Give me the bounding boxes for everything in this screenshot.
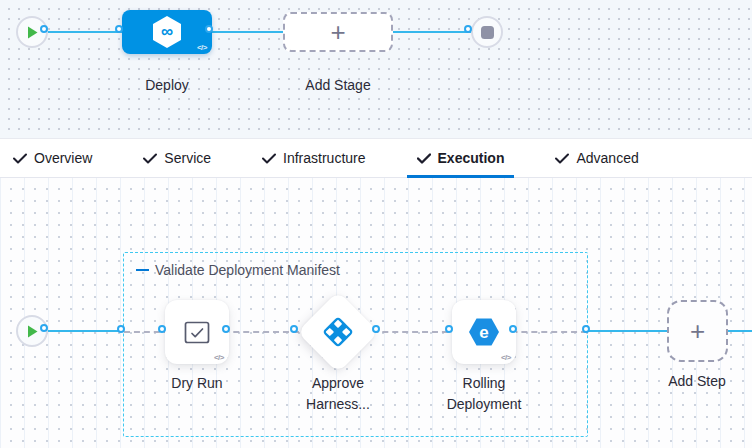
harness-approval-icon <box>318 312 358 352</box>
plus-icon: + <box>690 318 705 344</box>
port-dry-run-out[interactable] <box>222 325 230 333</box>
check-icon <box>417 153 431 164</box>
port-dry-run-in[interactable] <box>158 325 166 333</box>
step-group-validate-deployment-manifest: Validate Deployment Manifest </> <box>123 252 588 437</box>
collapse-group-icon[interactable] <box>136 269 149 271</box>
port-approve-in[interactable] <box>290 325 298 333</box>
check-icon <box>13 153 27 164</box>
pipeline-end-node[interactable] <box>471 16 503 48</box>
port-rolling-in[interactable] <box>445 325 453 333</box>
port-end-in[interactable] <box>464 25 472 33</box>
port-exec-start-out[interactable] <box>40 324 48 332</box>
exec-connector-line <box>588 330 667 332</box>
check-icon <box>262 153 276 164</box>
yaml-code-icon[interactable]: </> <box>197 43 207 52</box>
port-group-out[interactable] <box>582 325 590 333</box>
tab-advanced[interactable]: Advanced <box>545 139 648 177</box>
stage-label-deploy: Deploy <box>122 75 212 96</box>
step-label-dry-run: Dry Run <box>137 373 257 394</box>
tab-execution[interactable]: Execution <box>407 139 515 177</box>
tab-overview[interactable]: Overview <box>3 139 102 177</box>
stage-pipeline-canvas: ∞ </> + Deploy Add Stage <box>0 0 752 138</box>
play-icon <box>27 325 38 338</box>
tab-label: Advanced <box>576 150 638 166</box>
dry-run-icon <box>184 321 210 344</box>
rolling-deployment-icon: e <box>468 315 500 349</box>
add-stage-label: Add Stage <box>283 75 393 96</box>
port-rolling-out[interactable] <box>509 325 517 333</box>
check-icon <box>143 153 157 164</box>
step-node-dry-run[interactable]: </> <box>165 300 229 364</box>
stage-config-tabbar: Overview Service Infrastructure Executio… <box>0 138 752 178</box>
step-node-approve-harness[interactable] <box>297 291 379 373</box>
stage-node-deploy[interactable]: ∞ </> <box>122 10 212 54</box>
tab-label: Execution <box>438 150 505 166</box>
tab-infrastructure[interactable]: Infrastructure <box>252 139 375 177</box>
yaml-code-icon[interactable]: </> <box>501 353 511 362</box>
step-label-rolling-deployment: Rolling Deployment <box>424 373 544 415</box>
add-step-button[interactable]: + <box>667 300 728 362</box>
tab-label: Infrastructure <box>283 150 365 166</box>
plus-icon: + <box>330 19 345 45</box>
port-approve-out[interactable] <box>372 325 380 333</box>
exec-connector-line <box>728 330 752 332</box>
execution-step-canvas: Validate Deployment Manifest </> <box>0 178 752 448</box>
step-group-header: Validate Deployment Manifest <box>136 262 340 278</box>
harness-cd-icon: ∞ <box>151 15 183 49</box>
tab-label: Overview <box>34 150 92 166</box>
port-deploy-out[interactable] <box>205 25 213 33</box>
check-icon <box>555 153 569 164</box>
stop-icon <box>481 26 494 39</box>
stage-connector-line <box>32 31 487 33</box>
port-deploy-in[interactable] <box>115 25 123 33</box>
play-icon <box>27 26 38 39</box>
port-group-in[interactable] <box>117 325 125 333</box>
step-label-approve: Approve Harness... <box>278 373 398 415</box>
svg-text:∞: ∞ <box>161 22 173 41</box>
step-group-title: Validate Deployment Manifest <box>155 262 340 278</box>
step-label-line: Harness... <box>278 394 398 415</box>
svg-text:e: e <box>479 323 488 342</box>
port-start-out[interactable] <box>40 25 48 33</box>
tab-label: Service <box>164 150 211 166</box>
add-step-label: Add Step <box>647 371 747 392</box>
step-node-rolling-deployment[interactable]: e </> <box>452 300 516 364</box>
add-stage-button[interactable]: + <box>283 12 393 52</box>
tab-service[interactable]: Service <box>133 139 221 177</box>
step-label-line: Approve <box>278 373 398 394</box>
yaml-code-icon[interactable]: </> <box>214 353 224 362</box>
